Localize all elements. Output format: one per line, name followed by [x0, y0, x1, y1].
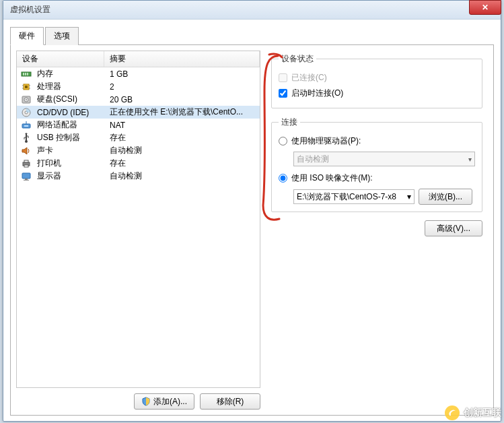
col-device[interactable]: 设备 — [17, 51, 104, 67]
display-icon — [21, 171, 32, 182]
iso-radio[interactable] — [279, 174, 287, 183]
cd-icon — [21, 107, 32, 118]
device-detail-pane: 设备状态 已连接(C) 启动时连接(O) 连接 使用物理驱动器(P): — [266, 51, 488, 410]
device-summary: 自动检测 — [104, 170, 260, 182]
close-icon: ✕ — [482, 3, 489, 12]
connected-checkbox[interactable] — [279, 73, 287, 82]
svg-point-18 — [25, 140, 28, 143]
close-button[interactable]: ✕ — [469, 0, 501, 15]
device-summary: 存在 — [104, 158, 260, 169]
connection-legend: 连接 — [279, 117, 300, 128]
hardware-rows: 内存 1 GB 处理器 2 硬盘(SCSI) 20 GB CD/DVD (IDE… — [17, 67, 260, 387]
svg-rect-1 — [23, 73, 24, 75]
hardware-row[interactable]: 硬盘(SCSI) 20 GB — [17, 93, 260, 106]
window-title: 虚拟机设置 — [10, 4, 50, 15]
device-name: 打印机 — [36, 158, 104, 169]
device-name: USB 控制器 — [36, 132, 104, 143]
iso-radio-row[interactable]: 使用 ISO 映像文件(M): — [279, 170, 475, 186]
hardware-buttons: 添加(A)... 移除(R) — [16, 388, 260, 410]
advanced-button[interactable]: 高级(V)... — [425, 220, 482, 236]
hardware-row[interactable]: CD/DVD (IDE) 正在使用文件 E:\浏览器下载\CentO... — [17, 106, 260, 119]
svg-rect-20 — [24, 160, 28, 162]
tab-panel: 设备 摘要 内存 1 GB 处理器 2 硬盘(SCSI) 20 GB CD/DV… — [10, 45, 494, 416]
device-name: 网络适配器 — [36, 119, 104, 131]
device-name: 声卡 — [36, 145, 104, 156]
device-name: 硬盘(SCSI) — [36, 94, 104, 105]
physical-drive-select[interactable]: 自动检测 ▾ — [293, 152, 475, 166]
poweron-checkbox[interactable] — [279, 89, 287, 98]
svg-rect-22 — [22, 173, 30, 178]
chevron-down-icon: ▾ — [468, 156, 472, 163]
hardware-list-header: 设备 摘要 — [17, 51, 260, 67]
connected-checkbox-row[interactable]: 已连接(C) — [279, 70, 475, 86]
svg-rect-2 — [25, 73, 26, 75]
hardware-row[interactable]: 声卡 自动检测 — [17, 144, 260, 157]
printer-icon — [21, 158, 32, 169]
watermark-text: 创新互联 — [464, 407, 501, 419]
chevron-down-icon: ▾ — [407, 192, 411, 201]
watermark-icon — [445, 405, 460, 420]
add-button[interactable]: 添加(A)... — [134, 393, 194, 410]
hardware-row[interactable]: 网络适配器 NAT — [17, 119, 260, 131]
shield-icon — [141, 397, 151, 406]
device-name: 显示器 — [36, 170, 104, 182]
device-summary: 2 — [104, 82, 260, 92]
svg-rect-24 — [24, 180, 29, 181]
device-status-group: 设备状态 已连接(C) 启动时连接(O) — [271, 53, 482, 108]
cpu-icon — [21, 82, 32, 92]
device-summary: 存在 — [104, 132, 260, 143]
device-summary: 20 GB — [104, 95, 260, 104]
vm-settings-dialog: 虚拟机设置 ✕ 硬件 选项 设备 摘要 内存 1 GB 处理器 2 硬盘 — [3, 0, 501, 422]
device-name: 内存 — [36, 68, 104, 79]
device-status-legend: 设备状态 — [279, 53, 316, 65]
tab-strip: 硬件 选项 — [10, 26, 494, 45]
hardware-list-pane: 设备 摘要 内存 1 GB 处理器 2 硬盘(SCSI) 20 GB CD/DV… — [16, 51, 260, 410]
net-icon — [21, 120, 32, 131]
tab-hardware[interactable]: 硬件 — [10, 27, 44, 45]
device-summary: NAT — [104, 121, 260, 130]
hardware-row[interactable]: USB 控制器 存在 — [17, 131, 260, 144]
physical-radio-row[interactable]: 使用物理驱动器(P): — [279, 133, 475, 149]
tab-options[interactable]: 选项 — [45, 27, 79, 45]
hardware-list: 设备 摘要 内存 1 GB 处理器 2 硬盘(SCSI) 20 GB CD/DV… — [16, 51, 260, 388]
svg-rect-16 — [24, 125, 28, 127]
svg-rect-23 — [25, 178, 28, 180]
titlebar: 虚拟机设置 ✕ — [3, 1, 501, 20]
usb-icon — [21, 133, 32, 143]
browse-button[interactable]: 浏览(B)... — [419, 189, 472, 205]
device-summary: 1 GB — [104, 69, 260, 79]
disk-icon — [21, 94, 32, 105]
svg-rect-21 — [24, 165, 28, 167]
iso-path-combo[interactable]: E:\浏览器下载\CentOS-7-x8 ▾ — [293, 189, 415, 204]
remove-button[interactable]: 移除(R) — [200, 393, 260, 410]
watermark: 创新互联 — [445, 405, 501, 420]
col-summary[interactable]: 摘要 — [104, 51, 260, 67]
connection-group: 连接 使用物理驱动器(P): 自动检测 ▾ 使用 ISO 映像文件(M): — [271, 117, 482, 212]
hardware-row[interactable]: 显示器 自动检测 — [17, 170, 260, 183]
hardware-row[interactable]: 打印机 存在 — [17, 157, 260, 170]
hardware-row[interactable]: 处理器 2 — [17, 80, 260, 93]
svg-rect-5 — [25, 86, 28, 88]
sound-icon — [21, 145, 32, 156]
device-summary: 自动检测 — [104, 145, 260, 156]
svg-rect-3 — [27, 73, 28, 75]
hardware-row[interactable]: 内存 1 GB — [17, 67, 260, 80]
svg-point-12 — [26, 99, 27, 100]
device-summary: 正在使用文件 E:\浏览器下载\CentO... — [104, 106, 260, 118]
device-name: CD/DVD (IDE) — [36, 108, 104, 117]
poweron-checkbox-row[interactable]: 启动时连接(O) — [279, 86, 475, 101]
memory-icon — [21, 69, 32, 79]
physical-radio[interactable] — [279, 137, 287, 145]
device-name: 处理器 — [36, 81, 104, 92]
